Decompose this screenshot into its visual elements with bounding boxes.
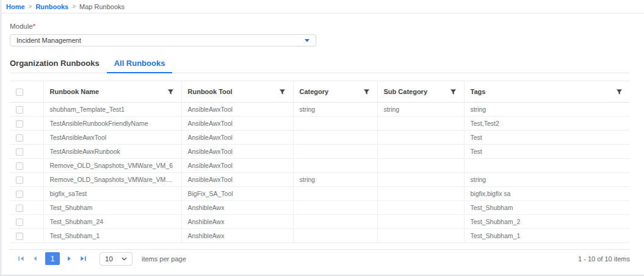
page-size-select[interactable]: 10: [99, 252, 132, 266]
row-checkbox[interactable]: [16, 162, 23, 170]
column-label: Sub Category: [384, 88, 428, 95]
cell-sub-category: [377, 117, 464, 131]
cell-runbook-tool: AnsibleAwxTool: [181, 117, 293, 131]
column-header-runbook-name: Runbook Name: [43, 81, 181, 103]
table-row: TestAnsibleAwxRunbook AnsibleAwxTool Tes…: [10, 145, 630, 159]
cell-sub-category: [377, 131, 464, 145]
module-label-text: Module: [10, 23, 33, 30]
module-field-group: Module* Incident Management: [10, 23, 630, 46]
window-left-edge: [0, 0, 2, 276]
cell-runbook-tool: AnsibleAwxTool: [181, 103, 293, 117]
row-checkbox[interactable]: [16, 205, 23, 212]
filter-icon[interactable]: [279, 89, 286, 95]
column-header-category: Category: [293, 81, 377, 103]
cell-runbook-tool: AnsibleAwxTool: [181, 145, 293, 159]
row-checkbox[interactable]: [16, 134, 23, 142]
column-label: Tags: [471, 88, 486, 95]
cell-category: [293, 117, 377, 131]
next-page-icon[interactable]: [64, 254, 74, 264]
row-checkbox[interactable]: [16, 106, 23, 114]
cell-sub-category: [377, 159, 464, 173]
cell-runbook-name: Test_Shubham_24: [43, 215, 181, 229]
items-per-page-label: items per page: [142, 255, 186, 263]
row-checkbox[interactable]: [16, 219, 23, 226]
table-row: TestAnsibleAwxTool AnsibleAwxTool Test: [10, 131, 630, 145]
cell-runbook-name: Remove_OLD_Snapshots_VMWare_VM_202503260…: [43, 173, 181, 187]
column-label: Runbook Tool: [188, 88, 233, 95]
cell-sub-category: [377, 201, 464, 215]
breadcrumb-current-page: Map Runbooks: [79, 3, 125, 10]
cell-category: [293, 145, 377, 159]
cell-select: [10, 159, 43, 173]
runbooks-table: Runbook Name Runbook Tool Category: [10, 81, 630, 243]
row-checkbox[interactable]: [16, 191, 23, 198]
breadcrumb-home-link[interactable]: Home: [6, 3, 25, 10]
pagination-bar: 1 10 items per page 1 - 10 of 10 items: [10, 249, 630, 267]
cell-category: [293, 201, 377, 215]
cell-tags: Test: [464, 131, 630, 145]
cell-runbook-tool: AnsibleAwxTool: [181, 131, 293, 145]
cell-runbook-name: bigfix_saTest: [43, 187, 181, 201]
cell-tags: string: [464, 103, 630, 117]
filter-icon[interactable]: [363, 89, 370, 95]
module-select[interactable]: Incident Management: [10, 34, 316, 46]
column-label: Runbook Name: [50, 88, 99, 95]
tab-all-runbooks[interactable]: All Runbooks: [107, 59, 173, 73]
pagination-range-label: 1 - 10 of 10 items: [578, 255, 630, 263]
row-checkbox[interactable]: [16, 148, 23, 156]
filter-icon[interactable]: [450, 89, 457, 95]
row-checkbox[interactable]: [16, 120, 23, 128]
cell-runbook-name: shubham_Template_Test1: [43, 103, 181, 117]
cell-tags: Test_Shubham: [464, 201, 630, 215]
tab-bar: Organization Runbooks All Runbooks: [10, 59, 630, 73]
cell-sub-category: [377, 215, 464, 229]
column-header-select: [10, 81, 43, 103]
first-page-icon[interactable]: [16, 254, 26, 264]
table-row: Remove_OLD_Snapshots_VMWare_VM_6 Ansible…: [10, 159, 630, 173]
table-row: Test_Shubham AnshibleAwx Test_Shubham: [10, 201, 630, 215]
cell-sub-category: string: [377, 103, 464, 117]
cell-runbook-name: TestAnsibleRunbookFriendlyName: [43, 117, 181, 131]
prev-page-icon[interactable]: [30, 254, 40, 264]
breadcrumb-runbooks-link[interactable]: Runbooks: [35, 3, 68, 10]
cell-select: [10, 201, 43, 215]
table-row: bigfix_saTest BigFix_SA_Tool bigfix,bigf…: [10, 187, 630, 201]
current-page-button[interactable]: 1: [45, 252, 60, 265]
cell-category: [293, 131, 377, 145]
filter-icon[interactable]: [616, 89, 623, 95]
cell-select: [10, 229, 43, 243]
cell-runbook-name: Test_Shubham: [43, 201, 181, 215]
cell-runbook-tool: AnshibleAwx: [181, 201, 293, 215]
cell-runbook-tool: AnshibleAwx: [181, 229, 293, 243]
row-checkbox[interactable]: [16, 176, 23, 184]
cell-select: [10, 145, 43, 159]
cell-tags: Test: [464, 145, 630, 159]
cell-sub-category: [377, 187, 464, 201]
cell-category: string: [293, 173, 377, 187]
select-all-checkbox[interactable]: [16, 89, 23, 96]
cell-tags: bigfix,bigfix sa: [464, 187, 630, 201]
row-checkbox[interactable]: [16, 233, 23, 240]
cell-tags: Test_Shubham_2: [464, 215, 630, 229]
page-size-value: 10: [105, 255, 113, 263]
last-page-icon[interactable]: [78, 254, 88, 264]
cell-runbook-name: TestAnsibleAwxTool: [43, 131, 181, 145]
column-header-runbook-tool: Runbook Tool: [181, 81, 293, 103]
cell-tags: Test,Test2: [464, 117, 630, 131]
cell-select: [10, 131, 43, 145]
breadcrumb-separator-icon: >: [29, 3, 32, 10]
table-row: Test_Shubham_1 AnshibleAwx Test_Shubham_…: [10, 229, 630, 243]
table-row: shubham_Template_Test1 AnsibleAwxTool st…: [10, 103, 630, 117]
cell-category: string: [293, 103, 377, 117]
cell-select: [10, 187, 43, 201]
cell-tags: [464, 159, 630, 173]
cell-runbook-name: TestAnsibleAwxRunbook: [43, 145, 181, 159]
cell-sub-category: [377, 229, 464, 243]
module-label: Module*: [10, 23, 630, 30]
cell-runbook-tool: BigFix_SA_Tool: [181, 187, 293, 201]
cell-sub-category: [377, 145, 464, 159]
chevron-down-icon: [121, 257, 127, 261]
tab-organization-runbooks[interactable]: Organization Runbooks: [10, 59, 107, 73]
column-header-sub-category: Sub Category: [377, 81, 464, 103]
filter-icon[interactable]: [167, 89, 174, 95]
